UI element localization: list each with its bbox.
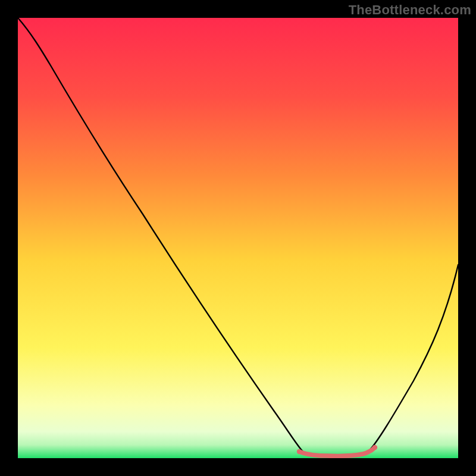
bottleneck-curve — [18, 18, 458, 456]
curve-layer — [18, 18, 458, 458]
highlight-end-right — [372, 445, 377, 450]
plot-area — [18, 18, 458, 458]
highlight-end-left — [297, 449, 302, 454]
watermark-text: TheBottleneck.com — [349, 2, 471, 18]
chart-container: TheBottleneck.com — [0, 0, 476, 476]
good-range-highlight — [299, 447, 375, 456]
